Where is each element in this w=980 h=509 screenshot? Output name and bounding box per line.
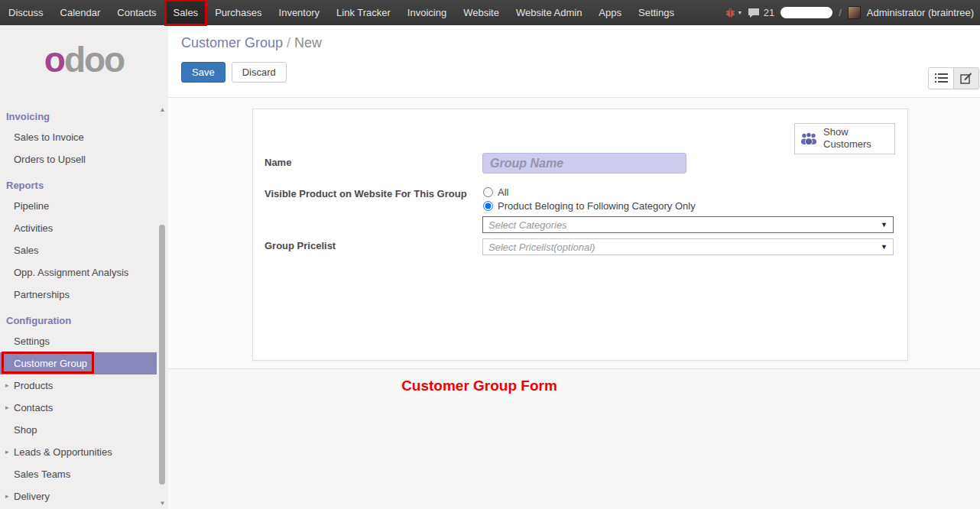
select-pricelist-placeholder: Select Pricelist(optional) — [488, 242, 595, 253]
sidebar-item-leads-opportunities[interactable]: ▸Leads & Opportunities — [0, 441, 157, 463]
lower-region: Customer Group Form — [168, 368, 980, 509]
group-name-input[interactable] — [482, 153, 686, 173]
nav-discuss[interactable]: Discuss — [0, 0, 52, 25]
sidebar-item-products[interactable]: ▸Products — [0, 374, 157, 397]
messages-indicator[interactable]: 21 — [748, 7, 774, 18]
breadcrumb-current: New — [294, 35, 322, 50]
expand-arrow-icon: ▸ — [5, 404, 9, 411]
expand-arrow-icon: ▸ — [5, 492, 9, 500]
sidebar-item-opp-assignment-analysis[interactable]: Opp. Assignment Analysis — [0, 261, 157, 284]
save-button[interactable]: Save — [181, 62, 226, 83]
annotation-caption: Customer Group Form — [168, 378, 790, 394]
sidebar-item-delivery[interactable]: ▸Delivery — [0, 485, 157, 507]
sidebar-item-label: Delivery — [14, 491, 50, 502]
sidebar-menu: Invoicing Sales to Invoice Orders to Ups… — [0, 83, 168, 507]
radio-option-category-only[interactable]: Product Beloging to Following Category O… — [483, 200, 696, 212]
sidebar-item-settings[interactable]: Settings — [0, 330, 157, 352]
list-view-button[interactable] — [928, 67, 954, 89]
nav-purchases[interactable]: Purchases — [206, 0, 270, 25]
radio-category-input[interactable] — [483, 201, 493, 211]
nav-apps[interactable]: Apps — [590, 0, 630, 25]
list-view-icon — [935, 73, 948, 84]
select-pricelist-dropdown[interactable]: Select Pricelist(optional) ▼ — [482, 238, 894, 255]
sidebar-item-activities[interactable]: Activities — [0, 217, 157, 239]
expand-arrow-icon: ▸ — [5, 448, 9, 456]
user-menu[interactable]: Administrator (braintree) — [867, 7, 974, 18]
radio-category-label: Product Beloging to Following Category O… — [498, 200, 696, 212]
navbar-divider: / — [839, 7, 842, 18]
scroll-down-arrow-icon[interactable]: ▼ — [157, 500, 167, 507]
discard-button[interactable]: Discard — [232, 62, 287, 83]
select-categories-dropdown[interactable]: Select Categories ▼ — [482, 216, 894, 233]
sidebar-item-label: Leads & Opportunities — [14, 446, 112, 458]
sidebar-item-partnerships[interactable]: Partnerships — [0, 284, 157, 306]
logo-rest: doo — [64, 40, 124, 79]
sidebar-item-orders-to-upsell[interactable]: Orders to Upsell — [0, 148, 157, 170]
debug-bug-icon — [725, 7, 736, 18]
customer-group-form-card: Show Customers Name Visible Product on W… — [252, 109, 908, 361]
extension-pill — [780, 7, 832, 18]
visibility-field-label: Visible Product on Website For This Grou… — [264, 188, 467, 199]
chevron-down-icon: ▾ — [738, 9, 741, 16]
navbar-right-tools: ▾ 21 / Administrator (braintree) — [725, 0, 980, 25]
form-view-button[interactable] — [953, 67, 979, 89]
sidebar-item-sales-teams[interactable]: Sales Teams — [0, 463, 157, 485]
message-count: 21 — [764, 7, 774, 18]
scrollbar-thumb[interactable] — [159, 225, 165, 485]
section-reports: Reports — [0, 170, 157, 195]
sidebar-item-shop[interactable]: Shop — [0, 419, 157, 441]
pricelist-field-label: Group Pricelist — [264, 240, 336, 251]
customers-group-icon — [800, 131, 818, 146]
sidebar-item-contacts[interactable]: ▸Contacts — [0, 397, 157, 419]
dropdown-caret-icon: ▼ — [881, 243, 888, 251]
sidebar-item-label: Contacts — [14, 402, 53, 413]
nav-calendar[interactable]: Calendar — [52, 0, 109, 25]
name-field-label: Name — [264, 157, 291, 168]
sidebar-item-sales[interactable]: Sales — [0, 239, 157, 261]
odoo-logo: odoo — [0, 25, 168, 83]
breadcrumb: Customer Group/New — [168, 25, 980, 51]
nav-sales[interactable]: Sales — [165, 0, 207, 25]
sidebar-item-sales-to-invoice[interactable]: Sales to Invoice — [0, 126, 157, 148]
nav-invoicing[interactable]: Invoicing — [399, 0, 455, 25]
scroll-up-arrow-icon[interactable]: ▲ — [157, 106, 167, 113]
sidebar-item-label: Products — [14, 380, 53, 391]
section-invoicing: Invoicing — [0, 102, 157, 126]
nav-settings[interactable]: Settings — [630, 0, 683, 25]
form-content-area: Show Customers Name Visible Product on W… — [168, 98, 980, 509]
select-categories-placeholder: Select Categories — [488, 219, 567, 231]
radio-option-all[interactable]: All — [483, 186, 508, 198]
dropdown-caret-icon: ▼ — [881, 221, 888, 229]
show-customers-button[interactable]: Show Customers — [794, 123, 895, 154]
logo-first-letter: o — [44, 40, 64, 79]
form-view-icon — [960, 73, 972, 84]
sidebar-scrollbar[interactable]: ▲ ▼ — [157, 106, 167, 509]
radio-all-input[interactable] — [483, 187, 493, 197]
nav-inventory[interactable]: Inventory — [271, 0, 328, 25]
sidebar-item-pipeline[interactable]: Pipeline — [0, 195, 157, 217]
show-customers-label: Show Customers — [823, 126, 874, 151]
user-avatar — [848, 6, 861, 19]
sidebar: odoo Invoicing Sales to Invoice Orders t… — [0, 25, 168, 509]
radio-all-label: All — [498, 186, 508, 198]
nav-link-tracker[interactable]: Link Tracker — [328, 0, 399, 25]
debug-menu[interactable]: ▾ — [725, 7, 741, 18]
chat-bubble-icon — [748, 8, 760, 18]
top-navbar: Discuss Calendar Contacts Sales Purchase… — [0, 0, 980, 25]
nav-contacts[interactable]: Contacts — [109, 0, 164, 25]
breadcrumb-separator: / — [287, 35, 290, 50]
main-panel: Customer Group/New Save Discard — [168, 25, 980, 509]
sidebar-item-customer-group[interactable]: Customer Group — [0, 352, 157, 374]
form-action-buttons: Save Discard — [181, 62, 980, 83]
breadcrumb-parent-link[interactable]: Customer Group — [181, 35, 283, 50]
expand-arrow-icon: ▸ — [5, 381, 9, 389]
nav-website-admin[interactable]: Website Admin — [508, 0, 590, 25]
section-configuration: Configuration — [0, 306, 157, 330]
nav-website[interactable]: Website — [455, 0, 508, 25]
app-menu: Discuss Calendar Contacts Sales Purchase… — [0, 0, 683, 25]
sidebar-item-label: Customer Group — [14, 358, 87, 369]
view-switcher — [928, 67, 979, 89]
